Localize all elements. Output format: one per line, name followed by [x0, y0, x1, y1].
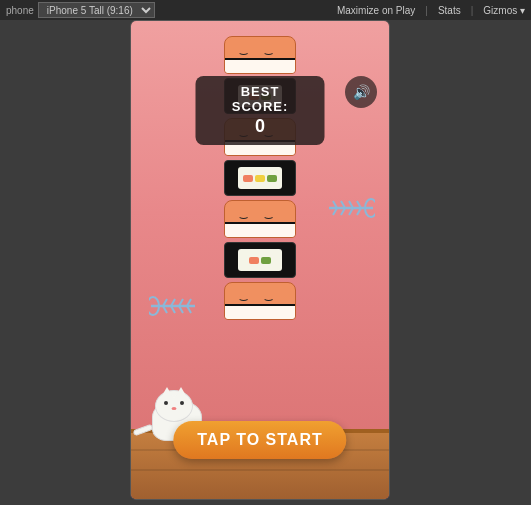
cat-ear-left [160, 387, 174, 399]
cat-ear-right [174, 387, 188, 399]
cat-eye-left [164, 401, 168, 405]
game-screen[interactable]: 🔊 BEST SCORE: 0 [131, 21, 389, 499]
sushi-maki-2 [224, 160, 296, 196]
sound-icon: 🔊 [353, 84, 370, 100]
divider1: | [425, 5, 428, 16]
maximize-on-play-button[interactable]: Maximize on Play [337, 5, 415, 16]
maki-pink-3 [249, 257, 259, 264]
phone-label: phone [6, 5, 34, 16]
sushi-nigiri-3 [224, 200, 296, 238]
sushi-nigiri-1 [224, 36, 296, 74]
maki-pink-2 [243, 175, 253, 182]
maki-fill-3 [238, 249, 282, 271]
top-bar-right: Maximize on Play | Stats | Gizmos ▾ [337, 5, 525, 16]
maki-green-3 [261, 257, 271, 264]
floor-plank-2 [131, 469, 389, 471]
sound-button[interactable]: 🔊 [345, 76, 377, 108]
fishbone-right [327, 193, 375, 223]
cat-head [155, 390, 193, 422]
maki-fill-2 [238, 167, 282, 189]
cat-nose [172, 407, 177, 410]
tap-to-start-button[interactable]: TAP TO START [173, 421, 346, 459]
score-panel: BEST SCORE: 0 [196, 76, 325, 145]
maki-yellow-2 [255, 175, 265, 182]
stats-button[interactable]: Stats [438, 5, 461, 16]
divider2: | [471, 5, 474, 16]
sushi-maki-3 [224, 242, 296, 278]
sushi-nigiri-4 [224, 282, 296, 320]
fishbone-left [149, 291, 197, 321]
gizmos-dropdown-arrow: ▾ [520, 5, 525, 16]
maki-green-2 [267, 175, 277, 182]
device-selector[interactable]: iPhone 5 Tall (9:16) [38, 2, 155, 18]
gizmos-button[interactable]: Gizmos ▾ [483, 5, 525, 16]
top-bar: phone iPhone 5 Tall (9:16) Maximize on P… [0, 0, 531, 20]
best-score-value: 0 [216, 116, 305, 137]
top-bar-left: phone iPhone 5 Tall (9:16) [6, 2, 155, 18]
phone-frame: 🔊 BEST SCORE: 0 [130, 20, 390, 500]
cat-eye-right [180, 401, 184, 405]
best-score-label: BEST SCORE: [216, 84, 305, 114]
